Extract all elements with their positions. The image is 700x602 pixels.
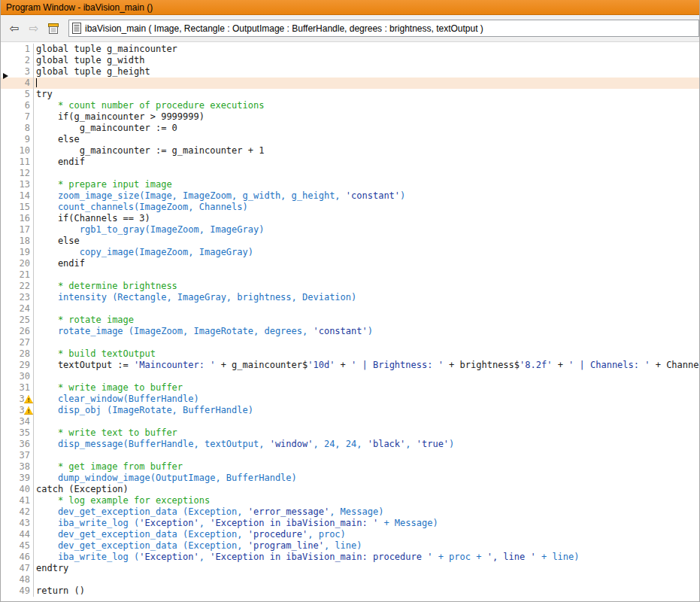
code-line[interactable]: 35! * write text to buffer [1,427,699,439]
code-line-text[interactable]: dev_get_exception_data (Exception, 'erro… [34,506,699,518]
code-line-text[interactable]: global tuple g_width [34,55,699,66]
code-line[interactable]: 23! intensity (Rectangle, ImageGray, bri… [1,292,699,303]
code-line[interactable]: 15! count_channels(ImageZoom, Channels) [1,202,699,213]
line-number[interactable]: 14! [1,190,34,202]
code-line[interactable]: 10! g_maincounter := g_maincounter + 1 [1,145,699,157]
code-line[interactable]: 33! disp_obj (ImageRotate, BufferHandle) [1,405,699,416]
code-line-text[interactable]: * build textOutput [34,348,699,360]
line-number[interactable]: 7! [1,111,34,123]
line-number[interactable]: 31! [1,382,34,394]
code-line[interactable]: 14! zoom_image_size(Image, ImageZoom, g_… [1,190,699,202]
code-line-text[interactable]: iba_write_log ('Exception', 'Exception i… [34,552,699,563]
line-number[interactable]: 46! [1,552,34,563]
line-number[interactable]: 26! [1,326,34,337]
code-line[interactable]: 37! [1,450,699,461]
line-number[interactable]: 20! [1,258,34,269]
code-line[interactable]: 18! else [1,236,699,247]
code-line-text[interactable]: copy_image(ImageZoom, ImageGray) [34,247,699,258]
line-number[interactable]: 45! [1,540,34,552]
line-number[interactable]: 30! [1,371,34,382]
line-number[interactable]: 25! [1,315,34,326]
line-number[interactable]: 35! [1,427,34,439]
line-number[interactable]: 34! [1,416,34,427]
line-number[interactable]: 22! [1,281,34,292]
code-line-text[interactable]: * determine brightness [34,281,699,292]
procedure-selector[interactable]: ibaVision_main ( Image, Rectangle : Outp… [68,20,699,37]
code-line[interactable]: 2! global tuple g_width [1,55,699,66]
line-number[interactable]: 24! [1,303,34,315]
line-number[interactable]: 18! [1,236,34,247]
line-number[interactable]: 28! [1,348,34,360]
code-line[interactable]: 9! else [1,134,699,145]
code-line[interactable]: 22! * determine brightness [1,281,699,292]
line-number[interactable]: 8! [1,123,34,134]
code-line-text[interactable]: * rotate image [34,315,699,326]
code-line[interactable]: 6! * count number of procedure execution… [1,100,699,111]
code-line-text[interactable]: return () [34,585,699,597]
code-line-text[interactable]: iba_write_log ('Exception', 'Exception i… [34,518,699,529]
code-line[interactable]: 45! dev_get_exception_data (Exception, '… [1,540,699,552]
line-number[interactable]: 38! [1,461,34,473]
line-number[interactable]: 17! [1,224,34,236]
line-number[interactable]: 40! [1,484,34,495]
line-number[interactable]: 47! [1,563,34,574]
line-number[interactable]: 42! [1,506,34,518]
code-line-text[interactable]: * write text to buffer [34,427,699,439]
code-line-text[interactable]: clear_window(BufferHandle) [34,394,699,405]
code-line[interactable]: 27! [1,337,699,348]
code-line-text[interactable]: try [34,89,699,100]
line-number[interactable]: 29! [1,360,34,371]
line-number[interactable]: 23! [1,292,34,303]
line-number[interactable]: 12! [1,168,34,179]
code-line[interactable]: 44! dev_get_exception_data (Exception, '… [1,529,699,540]
code-line[interactable]: 46! iba_write_log ('Exception', 'Excepti… [1,552,699,563]
line-number[interactable]: 36! [1,439,34,450]
code-line-text[interactable]: endtry [34,563,699,574]
code-line[interactable]: 4! [1,78,699,89]
code-line[interactable]: 7! if(g_maincounter > 9999999) [1,111,699,123]
line-number[interactable]: 41! [1,495,34,506]
line-number[interactable]: 15! [1,202,34,213]
line-number[interactable]: 4! [1,78,34,89]
code-line[interactable]: 17! rgb1_to_gray(ImageZoom, ImageGray) [1,224,699,236]
code-line-text[interactable]: g_maincounter := 0 [34,123,699,134]
code-line-text[interactable]: endif [34,258,699,269]
code-line-text[interactable]: textOutput := 'Maincounter: ' + g_mainco… [34,360,699,371]
code-line-text[interactable] [34,416,699,427]
code-line[interactable]: 24! [1,303,699,315]
line-number[interactable]: 5! [1,89,34,100]
code-line[interactable]: 25! * rotate image [1,315,699,326]
code-line[interactable]: 38! * get image from buffer [1,461,699,473]
line-number[interactable]: 49! [1,585,34,597]
line-number[interactable]: 48! [1,574,34,585]
code-line[interactable]: 12! [1,168,699,179]
code-line-text[interactable]: endif [34,157,699,168]
code-line-text[interactable] [34,574,699,585]
code-line[interactable]: 30! [1,371,699,382]
line-number[interactable]: 6! [1,100,34,111]
code-line[interactable]: 49! return () [1,585,699,597]
code-line-text[interactable]: disp_obj (ImageRotate, BufferHandle) [34,405,699,416]
code-line[interactable]: 48! [1,574,699,585]
titlebar[interactable]: Program Window - ibaVision_main () [1,0,699,15]
code-line[interactable]: 5! try [1,89,699,100]
code-line-text[interactable]: intensity (Rectangle, ImageGray, brightn… [34,292,699,303]
code-line-text[interactable]: if(Channels == 3) [34,213,699,224]
code-line[interactable]: 31! * write image to buffer [1,382,699,394]
code-line-text[interactable]: disp_message(BufferHandle, textOutput, '… [34,439,699,450]
code-line[interactable]: 11! endif [1,157,699,168]
code-line-text[interactable]: zoom_image_size(Image, ImageZoom, g_widt… [34,190,699,202]
code-line[interactable]: 8! g_maincounter := 0 [1,123,699,134]
code-line-text[interactable] [34,303,699,315]
code-line-text[interactable] [34,269,699,281]
code-line[interactable]: 40! catch (Exception) [1,484,699,495]
line-number[interactable]: 39! [1,473,34,484]
code-line-text[interactable] [34,450,699,461]
code-line-text[interactable]: global tuple g_maincounter [34,44,699,55]
code-line-text[interactable]: * write image to buffer [34,382,699,394]
code-line[interactable]: 16! if(Channels == 3) [1,213,699,224]
line-number[interactable]: 27! [1,337,34,348]
code-line[interactable]: 28! * build textOutput [1,348,699,360]
forward-button[interactable]: ⇨ [25,20,43,38]
line-number[interactable]: 33! [1,405,34,416]
